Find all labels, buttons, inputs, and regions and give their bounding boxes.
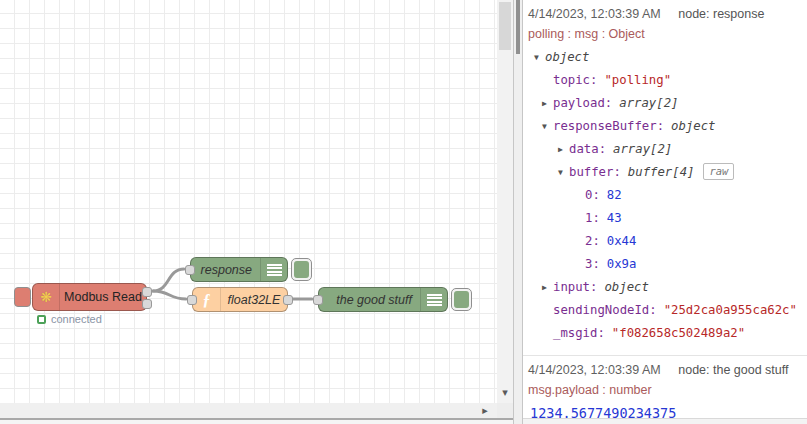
source-node: node: the good stuff (678, 363, 788, 377)
node-label: the good stuff (319, 288, 420, 311)
raw-button[interactable]: raw (703, 163, 734, 180)
source-node: node: response (678, 7, 764, 21)
debug-message-header: 4/14/2023, 12:03:39 AM node: response (528, 7, 803, 21)
tree-row: sendingNodeId"25d2ca0a955ca62c" (528, 299, 803, 322)
horizontal-scrollbar[interactable]: ▸ (0, 403, 497, 418)
node-status: connected (37, 313, 102, 325)
tree-row: ▶dataarray[2] (528, 138, 803, 161)
sidebar-footer (523, 418, 807, 424)
chevron-down-icon[interactable]: ▼ (558, 161, 569, 184)
tree-row: _msgid"f082658c502489a2" (528, 322, 803, 345)
tree-row: ▼responseBufferobject (528, 115, 803, 138)
vertical-scrollbar[interactable]: ▾ (497, 0, 513, 403)
message-meta: msg.payload : number (528, 383, 803, 397)
wire[interactable] (153, 291, 186, 299)
chevron-down-icon[interactable]: ▼ (542, 115, 553, 138)
timestamp: 4/14/2023, 12:03:39 AM (528, 363, 661, 377)
output-port-2[interactable] (142, 299, 152, 309)
node-label: Modbus Read (60, 284, 146, 310)
status-connected-icon (37, 315, 46, 324)
sidebar-splitter[interactable] (513, 0, 523, 424)
tree-row: ▶inputobject (528, 276, 803, 299)
chevron-right-icon[interactable]: ▶ (542, 92, 553, 115)
function-icon: ƒ (193, 288, 221, 311)
node-function-float32le[interactable]: ƒ float32LE (192, 287, 288, 312)
status-text: connected (51, 313, 102, 325)
input-port[interactable] (187, 295, 197, 305)
input-port[interactable] (185, 265, 195, 275)
tree-row: ▼bufferbuffer[4]raw (528, 161, 803, 184)
node-debug-the-good-stuff[interactable]: the good stuff (318, 287, 448, 312)
output-port[interactable] (283, 295, 293, 305)
object-tree: ▼object topic"polling" ▶payloadarray[2] … (528, 46, 803, 345)
message-meta: polling : msg : Object (528, 27, 803, 41)
scroll-down-icon[interactable]: ▾ (497, 385, 513, 401)
scroll-right-icon[interactable]: ▸ (477, 403, 493, 418)
scrollbar-thumb[interactable] (499, 2, 511, 50)
timestamp: 4/14/2023, 12:03:39 AM (528, 7, 661, 21)
chevron-down-icon[interactable]: ▼ (534, 46, 545, 69)
node-debug-response[interactable]: response (190, 257, 288, 282)
node-modbus-read[interactable]: ❋ Modbus Read (32, 283, 147, 311)
debug-message: 4/14/2023, 12:03:39 AM node: response po… (523, 0, 807, 356)
debug-message: 4/14/2023, 12:03:39 AM node: the good st… (523, 356, 807, 424)
wire[interactable] (153, 269, 184, 291)
debug-message-header: 4/14/2023, 12:03:39 AM node: the good st… (528, 363, 803, 377)
node-label: float32LE (221, 288, 287, 311)
debug-icon (260, 258, 287, 281)
modbus-icon: ❋ (33, 284, 60, 310)
workspace-pane: ❋ Modbus Read connected response (0, 0, 513, 424)
chevron-right-icon[interactable]: ▶ (558, 138, 569, 161)
debug-toggle-button[interactable] (451, 288, 472, 311)
input-port[interactable] (313, 295, 323, 305)
tree-row: topic"polling" (528, 69, 803, 92)
tree-row: ▼object (528, 46, 803, 69)
modbus-node-button[interactable] (14, 287, 31, 307)
flow-canvas[interactable]: ❋ Modbus Read connected response (0, 0, 497, 403)
node-red-window: ❋ Modbus Read connected response (0, 0, 807, 424)
wire-layer (0, 0, 497, 403)
debug-toggle-button[interactable] (291, 258, 312, 281)
scrollbar-thumb[interactable] (516, 0, 520, 54)
debug-sidebar: 4/14/2023, 12:03:39 AM node: response po… (523, 0, 807, 424)
debug-icon (420, 288, 447, 311)
chevron-right-icon[interactable]: ▶ (542, 276, 553, 299)
tree-row: 082 (528, 184, 803, 207)
tree-row: 20x44 (528, 230, 803, 253)
tree-row: 143 (528, 207, 803, 230)
scrollbar-corner (497, 403, 513, 418)
node-label: response (191, 258, 260, 281)
tree-row: 30x9a (528, 253, 803, 276)
tree-row: ▶payloadarray[2] (528, 92, 803, 115)
output-port-1[interactable] (142, 287, 152, 297)
